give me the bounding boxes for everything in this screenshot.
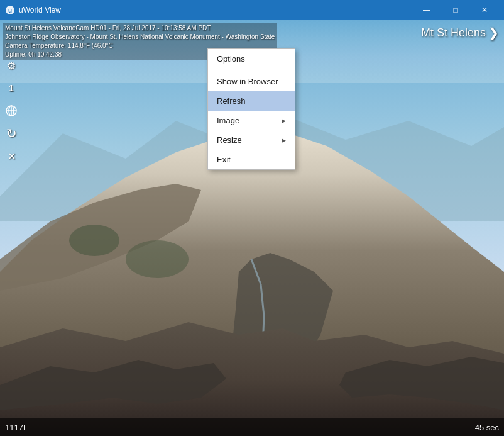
menu-separator-1	[208, 70, 295, 70]
bottom-bar: 1117L 45 sec	[0, 418, 504, 436]
title-bar: u uWorld View — □ ✕	[0, 0, 504, 20]
globe-icon[interactable]	[4, 103, 19, 118]
gear-icon[interactable]: ⚙	[4, 58, 19, 73]
menu-item-resize[interactable]: Resize	[208, 130, 295, 150]
number-icon[interactable]: 1	[4, 81, 19, 96]
context-menu: Options Show in Browser Refresh Image Re…	[207, 48, 295, 170]
chevron-right-icon: ❯	[488, 25, 499, 40]
menu-item-exit-label: Exit	[217, 155, 231, 164]
sidebar-icons: ⚙ 1 ↻ ✕	[4, 58, 19, 164]
camera-info-line2: Johnston Ridge Observatory - Mount St. H…	[5, 33, 275, 42]
menu-item-image[interactable]: Image	[208, 111, 295, 130]
x-close-icon[interactable]: ✕	[4, 148, 19, 164]
menu-item-exit[interactable]: Exit	[208, 150, 295, 169]
menu-item-show-in-browser[interactable]: Show in Browser	[208, 72, 295, 91]
svg-text:u: u	[8, 7, 12, 14]
svg-point-12	[69, 225, 119, 256]
menu-item-options[interactable]: Options	[208, 49, 295, 69]
svg-point-13	[126, 240, 189, 278]
menu-item-refresh[interactable]: Refresh	[208, 91, 295, 111]
menu-item-resize-label: Resize	[217, 135, 242, 145]
location-name: Mt St Helens	[421, 26, 486, 40]
menu-item-browser-label: Show in Browser	[217, 77, 278, 86]
minimize-button[interactable]: —	[412, 0, 441, 20]
menu-item-options-label: Options	[217, 54, 245, 64]
menu-item-refresh-label: Refresh	[217, 96, 246, 106]
app-icon: u	[5, 5, 15, 15]
status-right: 45 sec	[475, 423, 499, 432]
location-label[interactable]: Mt St Helens ❯	[421, 25, 499, 40]
close-button[interactable]: ✕	[470, 0, 499, 20]
main-content: Mount St Helens VolcanoCam HD01 - Fri, 2…	[0, 20, 504, 436]
camera-info-line1: Mount St Helens VolcanoCam HD01 - Fri, 2…	[5, 24, 275, 33]
status-left: 1117L	[5, 423, 28, 432]
maximize-button[interactable]: □	[441, 0, 470, 20]
title-bar-controls: — □ ✕	[412, 0, 499, 20]
app-title: uWorld View	[19, 6, 61, 14]
title-bar-left: u uWorld View	[5, 5, 61, 15]
refresh-icon[interactable]: ↻	[4, 126, 19, 141]
menu-item-image-label: Image	[217, 116, 239, 125]
